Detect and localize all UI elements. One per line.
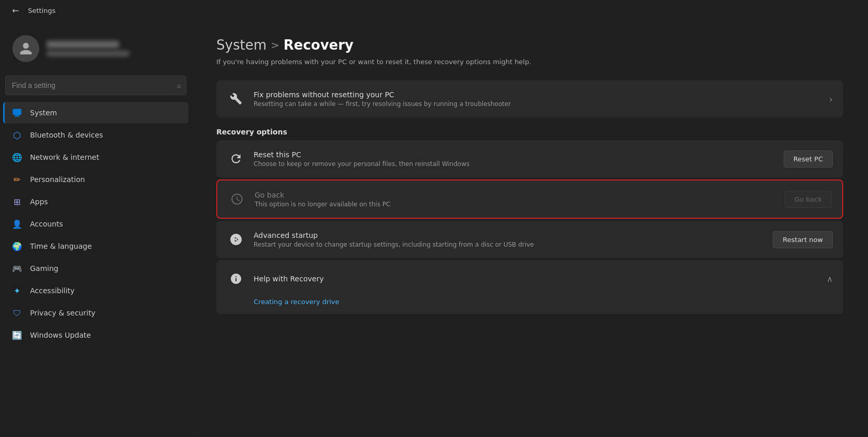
network-icon: 🌐 [11,152,23,163]
accessibility-icon: ✦ [11,285,23,296]
sidebar-item-gaming[interactable]: 🎮 Gaming [3,258,188,279]
sidebar-item-windows-update[interactable]: 🔄 Windows Update [3,324,188,346]
windows-update-icon: 🔄 [11,329,23,341]
accounts-icon: 👤 [11,218,23,230]
page-description: If you're having problems with your PC o… [216,58,843,66]
user-name [47,41,119,48]
user-icon [19,41,33,56]
reset-pc-card: Reset this PC Choose to keep or remove y… [216,140,843,177]
go-back-title: Go back [255,191,776,199]
sidebar-item-time[interactable]: 🌍 Time & language [3,235,188,257]
content-area: System > Recovery If you're having probl… [192,21,868,437]
sidebar-item-personalization[interactable]: ✏ Personalization [3,169,188,190]
help-recovery-chevron: ∧ [827,274,833,284]
advanced-startup-title: Advanced startup [254,231,764,239]
sidebar-item-label-accessibility: Accessibility [30,287,180,295]
svg-point-3 [235,238,237,240]
title-bar-back-button[interactable]: ← [8,3,23,18]
fix-problems-icon [227,89,245,108]
search-input[interactable] [5,76,186,95]
sidebar-item-bluetooth[interactable]: ⬡ Bluetooth & devices [3,124,188,146]
restart-now-button[interactable]: Restart now [773,231,833,248]
user-info [47,41,179,56]
reset-pc-subtitle: Choose to keep or remove your personal f… [254,160,775,168]
breadcrumb: System > Recovery [216,37,843,53]
reset-pc-title: Reset this PC [254,150,775,159]
svg-rect-2 [14,116,20,117]
sidebar-item-network[interactable]: 🌐 Network & internet [3,146,188,168]
go-back-icon [228,190,246,208]
sidebar-item-label-gaming: Gaming [30,264,180,273]
reset-pc-icon [227,149,245,168]
advanced-startup-action: Restart now [773,231,833,248]
sidebar-item-label-network: Network & internet [30,153,180,161]
personalization-icon: ✏ [11,174,23,185]
breadcrumb-system[interactable]: System [216,37,267,53]
go-back-text: Go back This option is no longer availab… [255,191,776,208]
sidebar-item-privacy[interactable]: 🛡 Privacy & security [3,302,188,324]
apps-icon: ⊞ [11,196,23,207]
breadcrumb-separator: > [271,39,279,51]
privacy-icon: 🛡 [11,307,23,319]
advanced-startup-text: Advanced startup Restart your device to … [254,231,764,248]
fix-problems-chevron: › [829,94,833,104]
help-with-recovery-card: Help with Recovery ∧ Creating a recovery… [216,260,843,314]
sidebar-nav: System ⬡ Bluetooth & devices 🌐 Network &… [0,101,192,346]
fix-problems-title: Fix problems without resetting your PC [254,91,821,99]
sidebar-item-apps[interactable]: ⊞ Apps [3,191,188,213]
breadcrumb-recovery: Recovery [284,37,354,53]
reset-pc-text: Reset this PC Choose to keep or remove y… [254,150,775,168]
sidebar-item-label-time: Time & language [30,242,180,250]
reset-pc-action: Reset PC [784,150,833,168]
reset-pc-button[interactable]: Reset PC [784,150,833,168]
help-with-recovery-header[interactable]: Help with Recovery ∧ [216,260,843,297]
sidebar-item-accounts[interactable]: 👤 Accounts [3,213,188,235]
go-back-card: Go back This option is no longer availab… [216,179,843,219]
advanced-startup-icon [227,230,245,249]
system-icon [11,107,23,118]
user-profile[interactable] [4,25,187,71]
search-box: ⌕ [5,76,186,95]
fix-problems-subtitle: Resetting can take a while — first, try … [254,100,821,108]
avatar [12,35,39,62]
gaming-icon: 🎮 [11,263,23,274]
sidebar-item-system[interactable]: System [3,102,188,124]
sidebar-item-label-system: System [30,109,180,117]
sidebar-item-label-bluetooth: Bluetooth & devices [30,131,180,139]
bluetooth-icon: ⬡ [11,129,23,141]
help-recovery-title: Help with Recovery [254,275,818,283]
recovery-drive-link[interactable]: Creating a recovery drive [254,298,339,306]
user-email [47,51,129,56]
fix-problems-card[interactable]: Fix problems without resetting your PC R… [216,80,843,117]
advanced-startup-card: Advanced startup Restart your device to … [216,221,843,258]
help-recovery-icon [227,269,245,288]
sidebar-item-label-windows-update: Windows Update [30,331,180,339]
sidebar: ⌕ System ⬡ Bluetooth & devices [0,21,192,437]
go-back-subtitle: This option is no longer available on th… [255,201,776,208]
advanced-startup-subtitle: Restart your device to change startup se… [254,241,764,248]
sidebar-item-label-accounts: Accounts [30,220,180,228]
time-icon: 🌍 [11,240,23,252]
sidebar-item-label-privacy: Privacy & security [30,309,180,317]
sidebar-item-accessibility[interactable]: ✦ Accessibility [3,280,188,302]
help-recovery-content: Creating a recovery drive [216,297,843,314]
title-bar: ← Settings [0,0,868,21]
go-back-action: Go back [785,191,832,208]
main-layout: ⌕ System ⬡ Bluetooth & devices [0,21,868,437]
sidebar-item-label-apps: Apps [30,198,180,206]
svg-rect-1 [16,115,19,116]
sidebar-item-label-personalization: Personalization [30,175,180,184]
fix-problems-text: Fix problems without resetting your PC R… [254,91,821,108]
go-back-button[interactable]: Go back [785,191,832,208]
recovery-options-title: Recovery options [216,128,843,136]
svg-rect-0 [13,109,22,115]
app-title: Settings [28,7,55,14]
